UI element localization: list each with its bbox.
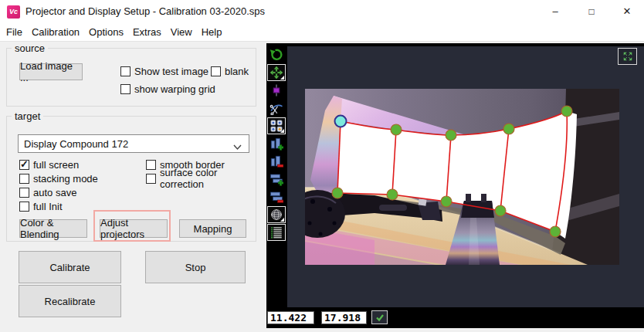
add-row-icon[interactable] — [267, 171, 286, 188]
menu-bar: FileCalibrationOptionsExtrasViewHelp — [0, 23, 644, 41]
checkbox-label: full Init — [33, 201, 63, 212]
coordinate-x-field[interactable]: 11.422 — [267, 311, 314, 324]
camera-viewer-panel: 11.422 17.918 — [266, 43, 644, 328]
checkbox-box[interactable] — [120, 66, 130, 76]
maximize-button[interactable]: □ — [575, 0, 608, 23]
app-icon: Vc — [7, 5, 20, 19]
checkbox-box[interactable] — [120, 84, 130, 94]
menu-item-help[interactable]: Help — [202, 26, 222, 38]
coordinate-y-field[interactable]: 17.918 — [321, 311, 367, 324]
undo-icon[interactable] — [267, 46, 286, 63]
target-group-label: target — [12, 110, 43, 122]
add-column-icon[interactable] — [267, 135, 286, 152]
checkbox-label: surface color correction — [160, 167, 256, 190]
checkbox-blank[interactable]: blank — [211, 66, 249, 76]
app-window: Vc Projector and Display Setup - Calibra… — [0, 0, 644, 332]
calibrate-button[interactable]: Calibrate — [19, 251, 121, 283]
checkbox-stacking-mode[interactable]: stacking mode — [19, 173, 98, 184]
checkbox-label: blank — [225, 66, 249, 77]
sphere-mapping-icon[interactable] — [267, 206, 286, 223]
checkbox-label: auto save — [33, 187, 76, 198]
display-compound-value: Display Compound 172 — [24, 138, 128, 150]
checkbox-surface-color-correction[interactable]: surface color correction — [146, 173, 256, 184]
checkbox-label: show warping grid — [134, 83, 215, 95]
checkbox-label: Show test image — [134, 66, 208, 77]
annotation-highlight-box — [93, 210, 171, 242]
calibration-point[interactable] — [387, 189, 398, 200]
calibration-point[interactable] — [550, 226, 561, 237]
check-mark-icon: ✓ — [20, 158, 29, 170]
viewer-status-bar: 11.422 17.918 — [266, 307, 644, 328]
checkbox-full-screen[interactable]: ✓full screen — [19, 159, 79, 170]
checkbox-label: full screen — [33, 159, 79, 171]
viewer-toolbar — [267, 46, 286, 242]
close-button[interactable]: ✕ — [610, 0, 644, 23]
checkbox-show-test-image[interactable]: Show test image — [120, 66, 208, 76]
checkbox-box[interactable]: ✓ — [19, 160, 29, 170]
edit-node-icon[interactable] — [267, 82, 286, 99]
calibration-point[interactable] — [441, 196, 452, 207]
checkbox-box[interactable] — [146, 160, 156, 170]
minimize-button[interactable]: – — [538, 0, 572, 23]
point-grid-icon[interactable] — [267, 117, 286, 134]
calibration-point-selected[interactable] — [335, 116, 347, 127]
title-bar: Vc Projector and Display Setup - Calibra… — [0, 0, 644, 23]
checkbox-box[interactable] — [146, 174, 156, 184]
source-groupbox: source Load image ... Show test image bl… — [6, 48, 256, 107]
checkbox-show-warping-grid[interactable]: show warping grid — [120, 83, 215, 94]
color-blending-button[interactable]: Color & Blending — [19, 219, 87, 238]
calibration-point[interactable] — [503, 124, 514, 134]
checkbox-box[interactable] — [19, 202, 29, 212]
camera-photo[interactable] — [305, 89, 619, 265]
source-group-label: source — [12, 42, 48, 54]
expand-view-icon[interactable] — [618, 48, 637, 65]
confirm-check-icon[interactable] — [371, 310, 388, 324]
checkbox-auto-save[interactable]: auto save — [19, 187, 76, 198]
menu-item-calibration[interactable]: Calibration — [32, 26, 80, 38]
remove-row-icon[interactable] — [267, 188, 286, 205]
remove-column-icon[interactable] — [267, 153, 286, 170]
window-title: Projector and Display Setup - Calibratio… — [25, 5, 265, 17]
recalibrate-button[interactable]: Recalibrate — [19, 285, 121, 317]
checkbox-full-init[interactable]: full Init — [19, 201, 63, 212]
menu-item-view[interactable]: View — [171, 26, 192, 38]
cut-curve-icon[interactable] — [267, 100, 286, 117]
calibration-point[interactable] — [561, 106, 572, 117]
checkbox-box[interactable] — [19, 174, 29, 184]
checkbox-box[interactable] — [211, 66, 221, 76]
display-compound-select[interactable]: Display Compound 172 — [18, 134, 249, 153]
checkbox-box[interactable] — [19, 188, 29, 198]
checkbox-label: stacking mode — [33, 173, 98, 185]
calibration-point[interactable] — [332, 188, 343, 198]
mapping-button[interactable]: Mapping — [179, 219, 246, 238]
move-points-icon[interactable] — [267, 64, 286, 81]
stop-button[interactable]: Stop — [145, 251, 246, 283]
calibration-point[interactable] — [446, 130, 456, 141]
calibration-point[interactable] — [391, 124, 402, 135]
menu-item-options[interactable]: Options — [89, 26, 124, 38]
menu-separator — [0, 41, 644, 42]
load-image-button[interactable]: Load image ... — [19, 63, 83, 80]
menu-item-file[interactable]: File — [6, 26, 22, 38]
menu-item-extras[interactable]: Extras — [133, 26, 161, 38]
chevron-down-icon — [233, 141, 242, 153]
calibration-point[interactable] — [495, 205, 506, 216]
grid-list-icon[interactable] — [267, 224, 286, 241]
